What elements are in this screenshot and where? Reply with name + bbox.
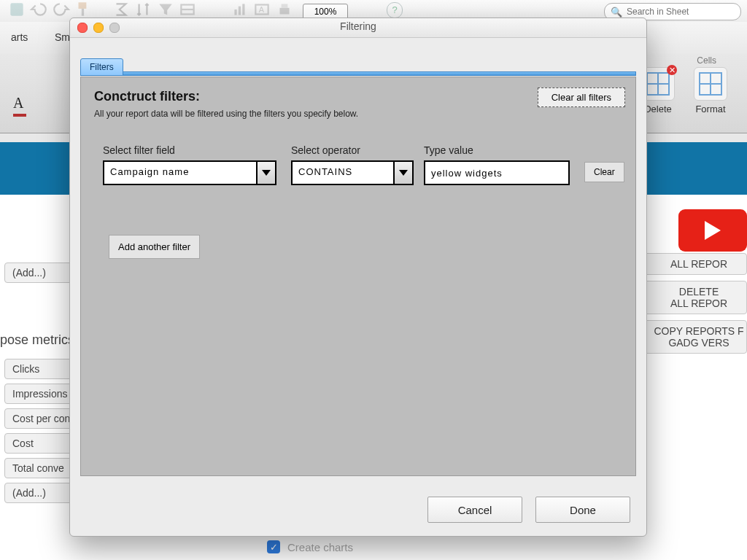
- filter-operator-select[interactable]: CONTAINS: [291, 160, 414, 185]
- chip-cpc[interactable]: Cost per con: [4, 408, 77, 429]
- delete-label: Delete: [644, 104, 672, 114]
- search-icon: 🔍: [611, 7, 622, 18]
- cells-group-label: Cells: [697, 55, 716, 66]
- youtube-play-button[interactable]: [678, 209, 747, 252]
- dialog-titlebar[interactable]: Filtering: [70, 18, 646, 38]
- clear-row-button[interactable]: Clear: [584, 162, 624, 182]
- metrics-header: pose metrics: [0, 332, 74, 348]
- font-color-underline: [13, 114, 26, 117]
- filter-field-select[interactable]: Campaign name: [103, 160, 276, 185]
- filter-field-dropdown-button[interactable]: [256, 162, 275, 184]
- help-icon[interactable]: ?: [387, 2, 403, 18]
- save-icon[interactable]: [7, 0, 26, 19]
- filter-operator-label: Select operator: [291, 144, 414, 156]
- filter-operator-dropdown-button[interactable]: [393, 162, 412, 184]
- create-charts-checkbox[interactable]: ✓: [267, 540, 280, 553]
- undo-icon[interactable]: [29, 0, 48, 19]
- play-icon: [705, 221, 721, 240]
- filter-field-column: Select filter field Campaign name: [103, 144, 276, 185]
- sum-icon[interactable]: [112, 0, 131, 19]
- toolbar-group-chart: A: [231, 0, 294, 19]
- chip-add[interactable]: (Add...): [4, 262, 77, 283]
- paint-icon[interactable]: [74, 0, 93, 19]
- table-icon[interactable]: [178, 0, 197, 19]
- sheet-search-input[interactable]: [625, 6, 738, 18]
- filter-field-label: Select filter field: [103, 144, 276, 156]
- clear-all-filters-button[interactable]: Clear all filters: [538, 88, 625, 107]
- dialog-footer-buttons: Cancel Done: [427, 497, 630, 523]
- svg-rect-2: [82, 9, 84, 16]
- toolbar-group-left: [7, 0, 93, 19]
- chip-cost[interactable]: Cost: [4, 433, 77, 454]
- toolbar-group-mid: [112, 0, 197, 19]
- svg-rect-11: [282, 4, 288, 7]
- chevron-down-icon: [262, 170, 271, 176]
- panel-subtitle: All your report data will be filtered us…: [81, 109, 635, 119]
- dialog-title: Filtering: [70, 20, 646, 32]
- tabstrip-bar: [80, 71, 636, 76]
- right-action-buttons: ALL REPOR DELETE ALL REPOR COPY REPORTS …: [643, 253, 747, 354]
- create-charts-row: ✓ Create charts: [267, 540, 353, 553]
- ribbon-tab-partial-left[interactable]: arts: [0, 31, 39, 53]
- svg-rect-1: [79, 2, 87, 9]
- delete-badge-icon: ✕: [667, 65, 677, 75]
- tab-filters[interactable]: Filters: [80, 58, 123, 76]
- filter-operator-value: CONTAINS: [293, 162, 393, 184]
- filter-operator-column: Select operator CONTAINS: [291, 144, 414, 185]
- cancel-button[interactable]: Cancel: [427, 497, 522, 523]
- format-label: Format: [695, 104, 725, 114]
- svg-rect-5: [234, 9, 236, 15]
- done-button[interactable]: Done: [535, 497, 630, 523]
- filter-value-column: Type value: [424, 144, 570, 185]
- chip-add-metric[interactable]: (Add...): [4, 483, 77, 503]
- chip-impressions[interactable]: Impressions: [4, 384, 77, 404]
- format-button[interactable]: Format: [687, 67, 734, 114]
- redo-icon[interactable]: [52, 0, 71, 19]
- chip-total-conv[interactable]: Total conve: [4, 458, 77, 478]
- filtering-dialog: Filtering Filters Conctruct filters: All…: [69, 18, 647, 537]
- textbox-icon[interactable]: A: [252, 0, 271, 19]
- filter-icon[interactable]: [156, 0, 175, 19]
- chip-clicks[interactable]: Clicks: [4, 359, 77, 379]
- chevron-down-icon: [399, 170, 408, 176]
- print-icon[interactable]: [275, 0, 294, 19]
- filter-value-input[interactable]: [425, 162, 580, 184]
- svg-text:A: A: [259, 5, 265, 14]
- filter-field-value: Campaign name: [104, 162, 256, 184]
- add-another-filter-button[interactable]: Add another filter: [109, 235, 200, 259]
- svg-rect-10: [279, 8, 289, 15]
- font-color-icon[interactable]: A: [13, 95, 23, 112]
- chart-icon[interactable]: [231, 0, 249, 19]
- sort-icon[interactable]: [133, 0, 152, 19]
- svg-rect-7: [242, 4, 244, 15]
- filter-clear-column: Clear: [584, 162, 624, 182]
- filter-value-label: Type value: [424, 144, 570, 156]
- svg-rect-6: [239, 7, 241, 15]
- svg-rect-0: [10, 3, 23, 15]
- dialog-tabstrip: Filters: [80, 58, 636, 76]
- action-all-reports[interactable]: ALL REPOR: [643, 253, 747, 275]
- create-charts-label: Create charts: [287, 541, 353, 553]
- action-delete-all[interactable]: DELETE ALL REPOR: [643, 281, 747, 314]
- filter-panel: Conctruct filters: All your report data …: [80, 77, 636, 476]
- add-chip-group: (Add...): [4, 262, 77, 287]
- filter-value-input-wrap: [424, 160, 570, 185]
- action-copy-reports[interactable]: COPY REPORTS F GADG VERS: [643, 320, 747, 354]
- metrics-chip-group: Clicks Impressions Cost per con Cost Tot…: [4, 359, 77, 508]
